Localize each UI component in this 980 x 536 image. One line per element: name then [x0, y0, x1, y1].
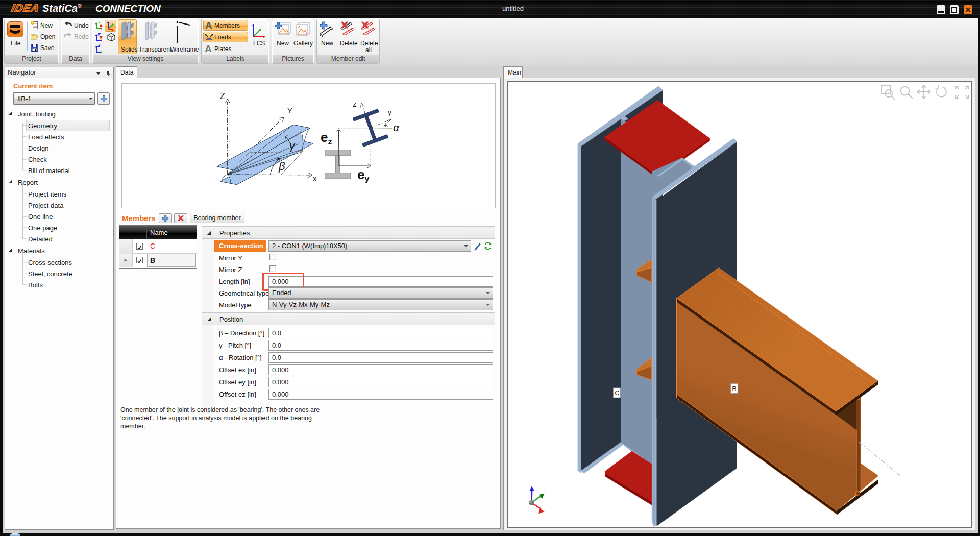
svg-text:x: x: [313, 174, 317, 183]
svg-text:β: β: [278, 160, 285, 173]
svg-text:C: C: [615, 389, 620, 397]
svg-text:α: α: [393, 121, 400, 133]
svg-text:ez: ez: [321, 130, 332, 146]
svg-text:z: z: [353, 100, 356, 108]
svg-text:Z: Z: [220, 92, 225, 101]
svg-text:y: y: [388, 108, 391, 116]
svg-text:B: B: [732, 385, 737, 393]
svg-text:IDEA: IDEA: [10, 2, 40, 14]
svg-text:ey: ey: [357, 167, 369, 183]
svg-text:Y: Y: [287, 106, 292, 115]
